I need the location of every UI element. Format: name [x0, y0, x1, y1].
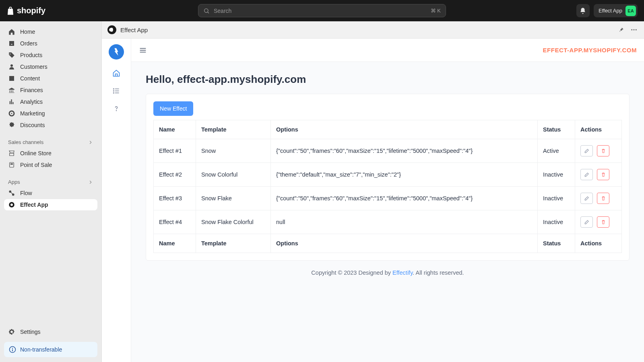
th-name: Name — [154, 120, 196, 139]
chevron-right-icon — [88, 140, 93, 145]
tf-template: Template — [196, 234, 271, 253]
effects-card: New Effect Name Template Options Status … — [146, 94, 630, 261]
pin-button[interactable] — [617, 25, 625, 34]
tf-actions: Actions — [575, 234, 622, 253]
nav-content[interactable]: Content — [4, 73, 97, 84]
cell-template: Snow Flake Colorful — [196, 210, 271, 234]
svg-point-12 — [634, 29, 635, 31]
info-icon — [9, 346, 16, 353]
search-placeholder: Search — [214, 8, 431, 14]
cell-options: null — [271, 210, 538, 234]
search-input[interactable]: Search ⌘ K — [198, 4, 446, 17]
svg-point-11 — [631, 29, 632, 31]
store-avatar: EA — [625, 6, 636, 16]
cell-status: Active — [538, 139, 575, 163]
nav-app-effect-app[interactable]: Effect App — [4, 199, 97, 210]
th-actions: Actions — [575, 120, 622, 139]
edit-button[interactable] — [580, 169, 593, 180]
inbox-icon — [8, 40, 15, 47]
tag-icon — [8, 51, 15, 59]
app-header-title: Effect App — [120, 27, 148, 33]
nav-orders[interactable]: Orders — [4, 38, 97, 49]
more-button[interactable] — [630, 25, 638, 34]
cell-template: Snow Flake — [196, 187, 271, 210]
table-row: Effect #2Snow Colorful{"theme":"default"… — [154, 163, 622, 187]
th-template: Template — [196, 120, 271, 139]
search-shortcut: ⌘ K — [431, 8, 441, 14]
nav-online-store[interactable]: Online Store — [4, 148, 97, 159]
cell-options: {"theme":"default","max_size":"7","min_s… — [271, 163, 538, 187]
delete-button[interactable] — [597, 216, 609, 228]
new-effect-button[interactable]: New Effect — [153, 101, 193, 116]
cell-template: Snow — [196, 139, 271, 163]
svg-point-17 — [114, 88, 114, 89]
cell-status: Inactive — [538, 210, 575, 234]
cell-status: Inactive — [538, 187, 575, 210]
table-row: Effect #4Snow Flake ColorfulnullInactive — [154, 210, 622, 234]
cell-options: {"count":"50","frames":"60","maxSize":"1… — [271, 139, 538, 163]
effect-app-icon — [8, 201, 15, 208]
section-apps[interactable]: Apps — [4, 177, 97, 187]
rail-list[interactable] — [112, 87, 120, 95]
embedded-rail — [102, 39, 131, 362]
svg-point-0 — [204, 8, 208, 12]
bell-icon — [579, 7, 586, 14]
app-header-icon — [107, 25, 116, 34]
cell-actions — [575, 187, 622, 210]
discount-icon — [8, 121, 15, 129]
sidebar: Home Orders Products Customers Content F… — [0, 21, 102, 362]
nav-marketing[interactable]: Marketing — [4, 108, 97, 119]
table-header-row: Name Template Options Status Actions — [154, 120, 622, 139]
table-row: Effect #1Snow{"count":"50","frames":"60"… — [154, 139, 622, 163]
nav-finances[interactable]: Finances — [4, 84, 97, 96]
delete-button[interactable] — [597, 193, 609, 204]
info-banner: Non-transferable — [4, 342, 97, 357]
nav-app-flow[interactable]: Flow — [4, 187, 97, 199]
nav-customers[interactable]: Customers — [4, 61, 97, 72]
nav-settings[interactable]: Settings — [4, 326, 97, 338]
svg-point-20 — [116, 111, 117, 111]
shopify-logo[interactable]: shopify — [6, 6, 45, 16]
section-sales-channels[interactable]: Sales channels — [4, 137, 97, 148]
tf-status: Status — [538, 234, 575, 253]
notifications-button[interactable] — [576, 4, 590, 17]
delete-button[interactable] — [597, 145, 609, 156]
cell-status: Inactive — [538, 163, 575, 187]
main-area: Effect App EFFECT-APP.MYSHOPIFY.COM — [102, 21, 644, 362]
cell-actions — [575, 163, 622, 187]
image-icon — [8, 75, 15, 82]
rail-help[interactable] — [112, 105, 120, 113]
embedded-topbar: EFFECT-APP.MYSHOPIFY.COM — [131, 39, 644, 62]
tf-options: Options — [271, 234, 538, 253]
shop-domain-link[interactable]: EFFECT-APP.MYSHOPIFY.COM — [543, 47, 637, 53]
nav-products[interactable]: Products — [4, 49, 97, 61]
cell-name: Effect #3 — [154, 187, 196, 210]
rail-home[interactable] — [112, 69, 120, 77]
edit-button[interactable] — [580, 216, 593, 228]
edit-button[interactable] — [580, 193, 593, 204]
cell-actions — [575, 210, 622, 234]
menu-toggle[interactable] — [138, 46, 147, 55]
nav-point-of-sale[interactable]: Point of Sale — [4, 159, 97, 171]
table-footer-row: Name Template Options Status Actions — [154, 234, 622, 253]
nav-discounts[interactable]: Discounts — [4, 119, 97, 131]
target-icon — [8, 110, 15, 117]
svg-point-18 — [114, 90, 114, 91]
store-menu[interactable]: Effect App EA — [594, 4, 638, 17]
th-options: Options — [271, 120, 538, 139]
pos-icon — [8, 161, 15, 169]
nav-home[interactable]: Home — [4, 26, 97, 37]
delete-button[interactable] — [597, 169, 609, 180]
search-icon — [203, 8, 210, 14]
svg-rect-3 — [10, 163, 13, 165]
footer-link[interactable]: Effectify — [392, 269, 413, 276]
table-row: Effect #3Snow Flake{"count":"50","frames… — [154, 187, 622, 210]
nav-analytics[interactable]: Analytics — [4, 96, 97, 107]
app-logo — [109, 44, 124, 60]
svg-point-13 — [636, 29, 637, 31]
svg-point-19 — [114, 93, 114, 93]
edit-button[interactable] — [580, 145, 593, 156]
brand-text: shopify — [17, 6, 45, 15]
chevron-right-icon — [88, 179, 93, 185]
cell-options: {"count":"50","frames":"60","maxSize":"1… — [271, 187, 538, 210]
